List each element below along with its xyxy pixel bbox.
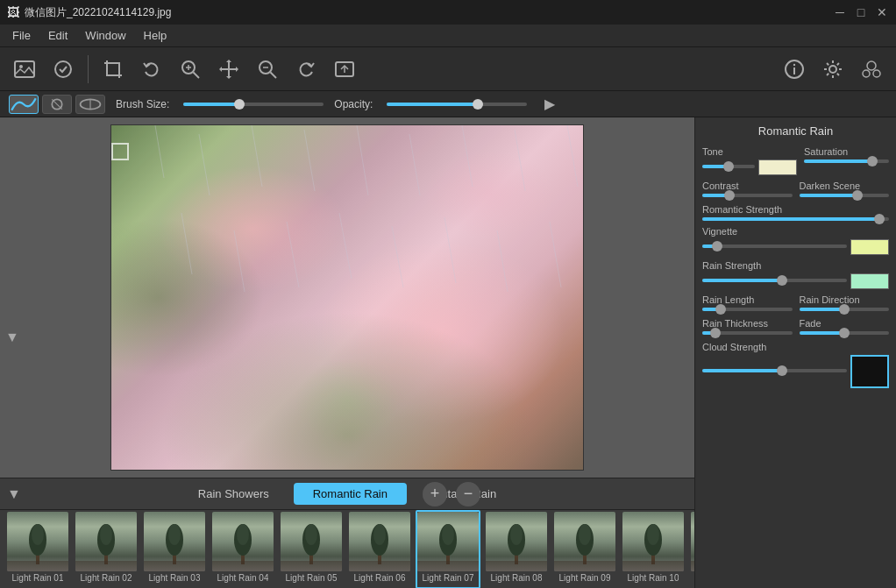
- brush-size-slider[interactable]: [183, 103, 324, 106]
- tone-swatch[interactable]: [758, 159, 797, 175]
- vignette-swatch[interactable]: [850, 239, 889, 255]
- brush-style-1[interactable]: [9, 95, 39, 114]
- tool-effects[interactable]: [854, 52, 889, 87]
- tool-zoom-in[interactable]: [173, 52, 208, 87]
- vignette-slider[interactable]: [702, 244, 847, 248]
- filmstrip-item-5[interactable]: Light Rain 05: [279, 510, 344, 589]
- opacity-label: Opacity:: [334, 98, 373, 110]
- svg-point-1: [19, 65, 23, 68]
- filmstrip-label: Light Rain 03: [149, 573, 201, 583]
- tone-slider[interactable]: [702, 165, 755, 168]
- filmstrip-item-4[interactable]: Light Rain 04: [210, 510, 275, 589]
- brush-style-2[interactable]: [42, 95, 72, 114]
- filmstrip-item-2[interactable]: Light Rain 02: [74, 510, 139, 589]
- svg-point-65: [510, 524, 523, 545]
- opacity-slider[interactable]: [387, 103, 527, 106]
- tone-saturation-row: Tone Saturation: [702, 146, 889, 175]
- svg-point-47: [100, 524, 112, 545]
- tab-romantic-rain[interactable]: Romantic Rain: [294, 483, 407, 505]
- right-panel: Romantic Rain Tone Saturation: [694, 117, 896, 588]
- filmstrip-label: Light Rain 05: [286, 573, 338, 583]
- tool-settings[interactable]: [815, 52, 850, 87]
- filmstrip-item-10[interactable]: Light Rain 10: [621, 510, 686, 589]
- filmstrip-item-9[interactable]: Light Rain 09: [552, 510, 617, 589]
- filmstrip-item-8[interactable]: Light Rain 08: [484, 510, 549, 589]
- svg-point-19: [863, 70, 870, 77]
- tool-redo[interactable]: [288, 52, 324, 87]
- cloud-strength-row: Cloud Strength: [702, 342, 889, 388]
- titlebar: 🖼 微信图片_20221024114129.jpg ─ □ ✕: [0, 0, 896, 25]
- svg-point-50: [168, 524, 181, 545]
- canvas-area[interactable]: ▼: [0, 117, 694, 588]
- tab-rain-showers[interactable]: Rain Showers: [177, 482, 290, 506]
- filmstrip-item-7[interactable]: Light Rain 07: [416, 510, 480, 589]
- filmstrip-item-6[interactable]: Light Rain 06: [347, 510, 412, 589]
- svg-point-20: [873, 70, 880, 77]
- svg-point-16: [793, 63, 795, 65]
- tool-enhance[interactable]: [46, 52, 81, 87]
- svg-point-18: [867, 61, 876, 70]
- cloud-strength-swatch[interactable]: [850, 355, 889, 388]
- rain-strength-swatch[interactable]: [850, 273, 889, 289]
- svg-line-10: [271, 72, 277, 78]
- rain-strength-row: Rain Strength: [702, 260, 889, 289]
- vignette-row: Vignette: [702, 226, 889, 255]
- rain-strength-slider[interactable]: [702, 279, 847, 282]
- menu-edit[interactable]: Edit: [39, 27, 76, 44]
- fade-slider[interactable]: [800, 331, 890, 335]
- cloud-strength-label: Cloud Strength: [702, 342, 889, 352]
- romantic-strength-label: Romantic Strength: [702, 204, 889, 215]
- filmstrip-collapse-icon[interactable]: ▼: [7, 486, 21, 502]
- contrast-slider[interactable]: [702, 194, 793, 197]
- tool-zoom-out[interactable]: [250, 52, 285, 87]
- tool-info[interactable]: [777, 52, 812, 87]
- remove-tab-button[interactable]: −: [456, 482, 480, 507]
- darken-scene-slider[interactable]: [800, 194, 890, 197]
- saturation-slider[interactable]: [804, 159, 889, 163]
- rain-length-slider[interactable]: [702, 308, 793, 311]
- contrast-darken-row: Contrast Darken Scene: [702, 181, 889, 199]
- romantic-strength-slider[interactable]: [702, 217, 889, 221]
- rain-thickness-slider[interactable]: [702, 331, 793, 335]
- svg-point-44: [32, 524, 44, 545]
- filmstrip-label: Light Rain 09: [559, 573, 611, 583]
- filmstrip-item-11[interactable]: Light Rain 11: [689, 510, 694, 589]
- tool-crop[interactable]: [96, 52, 131, 87]
- tabs-bar: ▼ Rain Showers Romantic Rain Vintage Rai…: [0, 478, 694, 509]
- add-tab-button[interactable]: +: [423, 482, 447, 507]
- filmstrip-label: Light Rain 07: [423, 573, 474, 583]
- filmstrip-label: Light Rain 06: [354, 573, 406, 583]
- minimize-button[interactable]: ─: [833, 5, 847, 19]
- darken-scene-label: Darken Scene: [800, 181, 890, 191]
- collapse-arrow[interactable]: ▼: [5, 329, 19, 345]
- menu-help[interactable]: Help: [135, 27, 176, 44]
- cloud-strength-slider[interactable]: [702, 369, 847, 372]
- maximize-button[interactable]: □: [854, 5, 868, 19]
- svg-point-62: [442, 524, 454, 545]
- tool-export[interactable]: [327, 52, 362, 87]
- saturation-label: Saturation: [804, 146, 889, 157]
- svg-point-59: [373, 524, 386, 545]
- filmstrip-item-1[interactable]: Light Rain 01: [5, 510, 70, 589]
- svg-point-56: [305, 524, 317, 545]
- filmstrip-item-3[interactable]: Light Rain 03: [142, 510, 207, 589]
- tool-image-view[interactable]: [7, 52, 42, 87]
- tool-rotate[interactable]: [134, 52, 169, 87]
- svg-point-53: [237, 524, 249, 545]
- menubar: File Edit Window Help: [0, 25, 896, 47]
- brush-style-3[interactable]: [75, 95, 105, 114]
- menu-file[interactable]: File: [4, 27, 39, 44]
- brushbar: Brush Size: Opacity: ▶: [0, 91, 896, 117]
- brush-size-label: Brush Size:: [116, 98, 169, 110]
- svg-point-2: [55, 61, 71, 77]
- more-options-icon[interactable]: ▶: [544, 96, 555, 112]
- window-title: 微信图片_20221024114129.jpg: [25, 5, 171, 20]
- rain-length-direction-row: Rain Length Rain Direction: [702, 294, 889, 313]
- menu-window[interactable]: Window: [76, 27, 134, 44]
- close-button[interactable]: ✕: [875, 5, 889, 19]
- tool-move[interactable]: [211, 52, 246, 87]
- filmstrip-label: Light Rain 10: [628, 573, 679, 583]
- rain-direction-slider[interactable]: [800, 308, 890, 311]
- main-canvas: [110, 124, 584, 471]
- tone-label: Tone: [702, 146, 797, 157]
